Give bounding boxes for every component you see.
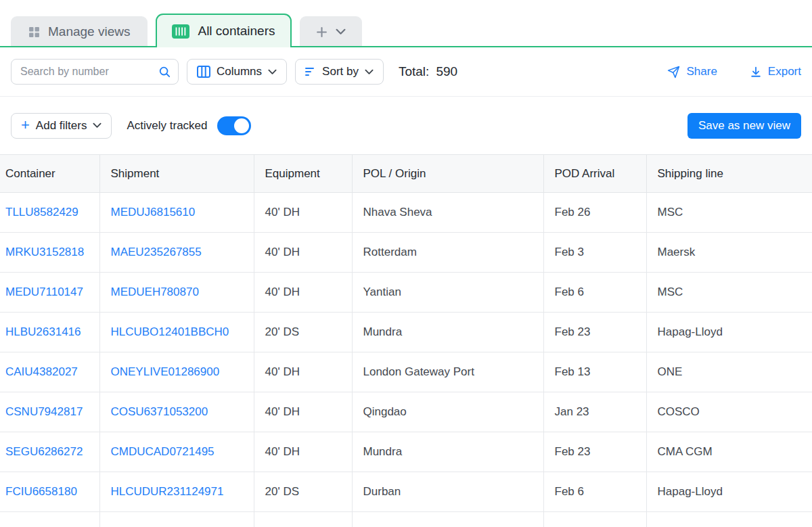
cell-shipment: MAEU235267855: [99, 233, 254, 273]
cell-equipment: 20' DS: [254, 472, 352, 512]
cell-shipment: MEDUJ6815610: [99, 193, 254, 233]
table-row: CSNU7942817COSU637105320040' DHQingdaoJa…: [0, 392, 812, 432]
shipment-link[interactable]: HLCUDUR231124971: [111, 485, 224, 498]
container-link[interactable]: MRKU3152818: [5, 246, 84, 258]
column-header-line: Shipping line: [646, 155, 812, 193]
cell-container: SEGU6286272: [0, 432, 99, 472]
cell-container: CSNU7942817: [0, 392, 99, 432]
actively-tracked-toggle[interactable]: [217, 116, 251, 135]
columns-button-label: Columns: [217, 65, 262, 78]
shipment-link[interactable]: HLCUBO12401BBCH0: [111, 325, 229, 338]
container-link[interactable]: CSNU7942817: [5, 405, 83, 418]
sort-by-button-label: Sort by: [322, 65, 359, 78]
cell-pod_arrival: Feb 23: [543, 313, 646, 352]
cell-pol: Qingdao: [352, 392, 543, 432]
cell-line: COSCO: [646, 392, 812, 432]
cell-shipment: MEDUEH780870: [99, 273, 254, 313]
grid-icon: [28, 26, 40, 38]
table-row: MEDU7110147MEDUEH78087040' DHYantianFeb …: [0, 273, 812, 313]
cell-line: Maersk: [646, 233, 812, 273]
cell-pol: Penang Port: [352, 512, 543, 527]
cell-equipment: 40' DH: [254, 273, 352, 313]
cell-pol: Nhava Sheva: [352, 193, 543, 233]
cell-shipment: ONEYLIVE01286900: [99, 352, 254, 392]
chevron-down-icon: [93, 122, 102, 129]
total-value: 590: [436, 64, 457, 79]
cell-line: Hapag-Lloyd: [646, 472, 812, 512]
cell-shipment: HLCUBO12401BBCH0: [99, 313, 254, 352]
search-field-wrap: [11, 59, 179, 85]
shipment-link[interactable]: MAEU235267855: [111, 246, 202, 258]
cell-equipment: 20' DS: [254, 313, 352, 352]
cell-line: CMA CGM: [646, 432, 812, 472]
shipment-link[interactable]: ONEYLIVE01286900: [111, 365, 220, 378]
cell-container: MRKU3152818: [0, 233, 99, 273]
table-header-row: ContainerShipmentEquipmentPOL / OriginPO…: [0, 155, 812, 193]
actively-tracked-label: Actively tracked: [127, 119, 207, 133]
cell-pol: Mundra: [352, 432, 543, 472]
cell-line: CMA CGM: [646, 512, 812, 527]
table-row: CAIU4382027ONEYLIVE0128690040' DHLondon …: [0, 352, 812, 392]
export-button[interactable]: Export: [750, 65, 801, 78]
cell-pod_arrival: Feb 13: [543, 352, 646, 392]
container-link[interactable]: MEDU7110147: [5, 285, 83, 298]
cell-container: CMAU7511940: [0, 512, 99, 527]
sort-lines-icon: [305, 67, 316, 76]
search-icon: [158, 66, 171, 78]
column-header-shipment: Shipment: [99, 155, 254, 193]
cell-equipment: 40' DH: [254, 233, 352, 273]
add-filters-button[interactable]: + Add filters: [11, 113, 112, 139]
cell-pod_arrival: Feb 3: [543, 233, 646, 273]
cell-pod_arrival: Feb 6: [543, 472, 646, 512]
tab-manage-views-label: Manage views: [48, 24, 130, 39]
cell-equipment: 40' DH: [254, 512, 352, 527]
table-row: HLBU2631416HLCUBO12401BBCH020' DSMundraF…: [0, 313, 812, 352]
container-link[interactable]: SEGU6286272: [5, 445, 83, 458]
cell-equipment: 40' DH: [254, 193, 352, 233]
tab-all-containers[interactable]: All containers: [156, 14, 291, 47]
cell-pod_arrival: Feb 26: [543, 193, 646, 233]
table-row: MRKU3152818MAEU23526785540' DHRotterdamF…: [0, 233, 812, 273]
cell-shipment: HLCUDUR231124971: [99, 472, 254, 512]
share-button[interactable]: Share: [667, 65, 717, 78]
cell-pol: Durban: [352, 472, 543, 512]
share-label: Share: [686, 65, 717, 78]
columns-button[interactable]: Columns: [187, 59, 287, 85]
chevron-down-icon: [268, 69, 277, 75]
cell-pol: Rotterdam: [352, 233, 543, 273]
cell-shipment: CMDUCAD0721495: [99, 432, 254, 472]
containers-table: ContainerShipmentEquipmentPOL / OriginPO…: [0, 154, 812, 527]
container-link[interactable]: HLBU2631416: [5, 325, 81, 338]
shipment-link[interactable]: MEDUEH780870: [111, 285, 199, 298]
sort-by-button[interactable]: Sort by: [295, 59, 384, 85]
chevron-down-icon: [336, 28, 346, 35]
container-link[interactable]: FCIU6658180: [5, 485, 77, 498]
column-header-container: Container: [0, 155, 99, 193]
cell-line: ONE: [646, 352, 812, 392]
cell-line: MSC: [646, 273, 812, 313]
export-label: Export: [768, 65, 801, 78]
cell-pod_arrival: Jan 23: [543, 392, 646, 432]
container-link[interactable]: CAIU4382027: [5, 365, 78, 378]
column-header-equipment: Equipment: [254, 155, 352, 193]
toolbar: Columns Sort by Total: 590 Share: [0, 47, 812, 97]
table-row: CMAU7511940CMDUCTA047634440' DHPenang Po…: [0, 512, 812, 527]
toggle-knob: [234, 118, 249, 133]
table-row: TLLU8582429MEDUJ681561040' DHNhava Sheva…: [0, 193, 812, 233]
container-link[interactable]: TLLU8582429: [5, 206, 78, 219]
shipment-link[interactable]: CMDUCAD0721495: [111, 445, 215, 458]
tab-new-view[interactable]: [300, 16, 362, 47]
save-as-new-view-button[interactable]: Save as new view: [687, 113, 801, 139]
cell-container: FCIU6658180: [0, 472, 99, 512]
tab-all-containers-label: All containers: [198, 24, 275, 39]
tab-manage-views[interactable]: Manage views: [11, 16, 148, 47]
add-filters-label: Add filters: [36, 119, 87, 133]
shipment-link[interactable]: MEDUJ6815610: [111, 206, 196, 219]
shipment-link[interactable]: COSU6371053200: [111, 405, 208, 418]
cell-shipment: COSU6371053200: [99, 392, 254, 432]
cell-container: MEDU7110147: [0, 273, 99, 313]
column-header-pod_arrival: POD Arrival: [543, 155, 646, 193]
search-input[interactable]: [11, 59, 179, 85]
table-row: FCIU6658180HLCUDUR23112497120' DSDurbanF…: [0, 472, 812, 512]
paper-plane-icon: [667, 66, 680, 78]
